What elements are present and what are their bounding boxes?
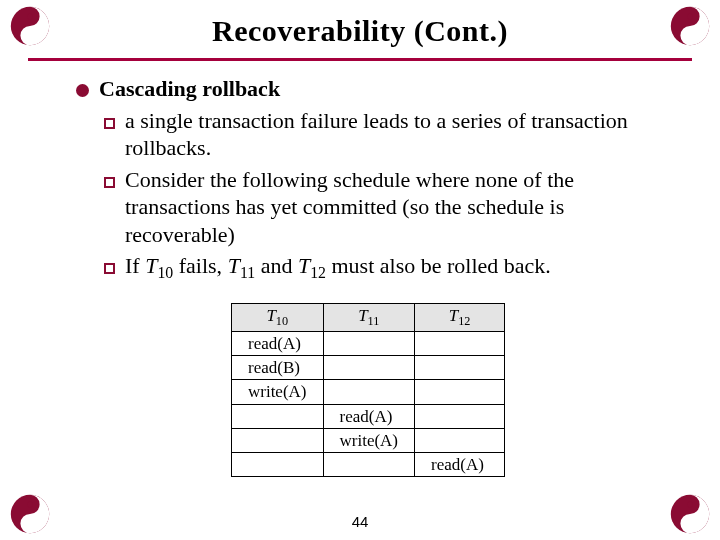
col-t11: T11 [323, 304, 415, 332]
square-bullet-icon [104, 177, 115, 188]
var-t: T [145, 253, 157, 278]
subpoint-text: If T10 fails, T11 and T12 must also be r… [125, 252, 551, 283]
square-bullet-icon [104, 118, 115, 129]
table-row: read(A) [231, 453, 504, 477]
bullet-heading: Cascading rollback [99, 76, 280, 101]
cell [323, 380, 415, 404]
text-fragment: fails, [173, 253, 227, 278]
text-fragment: If [125, 253, 145, 278]
cell: read(B) [231, 356, 323, 380]
cell [415, 356, 505, 380]
cell: read(A) [415, 453, 505, 477]
slide: Recoverability (Cont.) Cascading rollbac… [0, 0, 720, 540]
cell: read(A) [323, 404, 415, 428]
svg-point-1 [27, 14, 33, 20]
schedule-table: T10 T11 T12 read(A) read(B) write(A) rea… [231, 303, 505, 477]
table-header-row: T10 T11 T12 [231, 304, 504, 332]
svg-point-4 [687, 14, 693, 20]
cell [323, 453, 415, 477]
col-t12: T12 [415, 304, 505, 332]
svg-point-7 [27, 502, 33, 508]
col-t10: T10 [231, 304, 323, 332]
disc-bullet-icon [76, 84, 89, 97]
subpoint-2: Consider the following schedule where no… [104, 166, 660, 249]
subscript: 10 [157, 264, 173, 281]
page-number: 44 [0, 513, 720, 530]
text-fragment: and [255, 253, 298, 278]
subpoint-text: a single transaction failure leads to a … [125, 107, 660, 162]
cell [323, 356, 415, 380]
subpoint-text: Consider the following schedule where no… [125, 166, 660, 249]
table-row: write(A) [231, 380, 504, 404]
yin-yang-icon [10, 6, 50, 46]
slide-title: Recoverability (Cont.) [0, 0, 720, 48]
cell [323, 331, 415, 355]
svg-point-5 [687, 33, 693, 39]
subpoint-1: a single transaction failure leads to a … [104, 107, 660, 162]
table-row: read(B) [231, 356, 504, 380]
cell [231, 453, 323, 477]
cell: read(A) [231, 331, 323, 355]
subpoint-3: If T10 fails, T11 and T12 must also be r… [104, 252, 660, 283]
cell: write(A) [231, 380, 323, 404]
table-row: read(A) [231, 404, 504, 428]
text-fragment: must also be rolled back. [326, 253, 551, 278]
bullet-cascading-rollback: Cascading rollback [76, 75, 660, 103]
subscript: 11 [240, 264, 255, 281]
cell [231, 428, 323, 452]
yin-yang-icon [670, 6, 710, 46]
cell [415, 404, 505, 428]
square-bullet-icon [104, 263, 115, 274]
svg-point-10 [687, 502, 693, 508]
var-t: T [228, 253, 240, 278]
cell [415, 428, 505, 452]
title-divider [28, 58, 692, 61]
cell [231, 404, 323, 428]
table-row: write(A) [231, 428, 504, 452]
cell [415, 380, 505, 404]
svg-point-2 [27, 33, 33, 39]
table-row: read(A) [231, 331, 504, 355]
cell [415, 331, 505, 355]
subscript: 12 [310, 264, 326, 281]
schedule-table-wrap: T10 T11 T12 read(A) read(B) write(A) rea… [76, 303, 660, 477]
cell: write(A) [323, 428, 415, 452]
var-t: T [298, 253, 310, 278]
slide-body: Cascading rollback a single transaction … [0, 75, 720, 477]
